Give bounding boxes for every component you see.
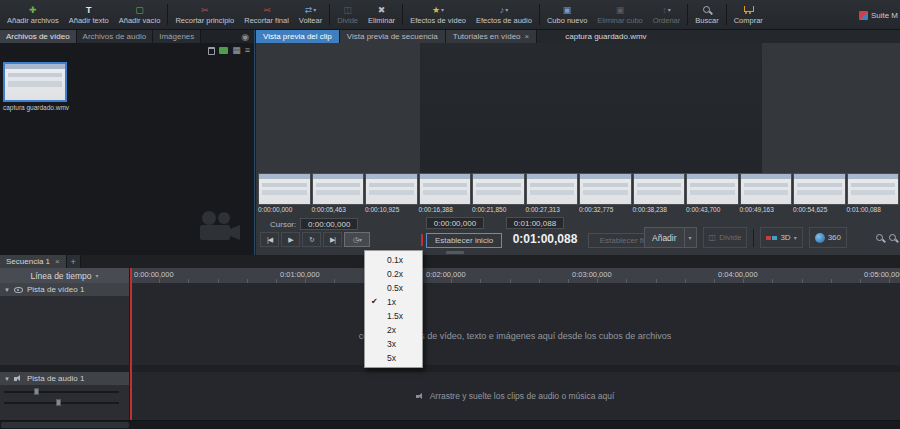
video-track-area[interactable]: coloque los clips de vídeo, texto e imág… (130, 283, 900, 365)
media-thumbnail[interactable] (3, 62, 67, 102)
add-text-button[interactable]: T Añadir texto (64, 0, 114, 29)
chevron-down-icon: ▾ (668, 6, 671, 13)
time-ruler[interactable]: 0:00:00,000 0:01:00,000 0:02:00,000 0:03… (130, 268, 900, 283)
video-effects-button[interactable]: ★▾ Efectos de vídeo (405, 0, 471, 29)
filmstrip-frame[interactable]: 0:00:54,625 (793, 173, 846, 215)
media-item[interactable]: captura guardado.wmv (3, 62, 67, 111)
add-files-icon: ✚ (29, 5, 37, 15)
filmstrip-frame[interactable]: 0:00:49,163 (740, 173, 793, 215)
menu-item-speed-15x[interactable]: 1.5x (365, 309, 422, 323)
frame-thumbnail (419, 173, 472, 205)
menu-item-speed-02x[interactable]: 0.2x (365, 267, 422, 281)
filmstrip-frame[interactable]: 0:00:32,775 (579, 173, 632, 215)
zoom-out-icon[interactable] (889, 234, 896, 241)
divide-clip-button[interactable]: ◫ Divide (703, 227, 748, 248)
cursor-time-field[interactable]: 0:00:00,000 (300, 218, 358, 230)
tab-video-tutorials[interactable]: Tutoriales en vídeo× (446, 30, 537, 43)
sort-button[interactable]: ↕▾ Ordenar (648, 0, 686, 29)
capture-video-icon[interactable]: ◉ (236, 30, 254, 43)
add-object-button[interactable]: Añadir ▾ (644, 227, 697, 248)
add-files-button[interactable]: ✚ Añadir archivos (2, 0, 64, 29)
track-visibility-icon[interactable] (14, 287, 23, 293)
frame-thumbnail (633, 173, 686, 205)
tab-video-files[interactable]: Archivos de vídeo (0, 30, 77, 43)
trash-icon[interactable] (208, 47, 215, 55)
import-folder-icon[interactable] (219, 47, 228, 54)
search-button[interactable]: Buscar (690, 0, 723, 29)
filmstrip-frame[interactable]: 0:00:10,925 (365, 173, 418, 215)
trim-start-button[interactable]: ✂ Recortar principio (170, 0, 239, 29)
delete-button[interactable]: ✖ Eliminar (363, 0, 400, 29)
3d-mode-button[interactable]: 3D ▾ (760, 227, 802, 248)
frame-timestamp: 0:00:05,463 (312, 206, 365, 213)
trim-end-button[interactable]: ✂ Recortar final (239, 0, 294, 29)
horizontal-scrollbar[interactable] (0, 420, 900, 429)
filmstrip-frame[interactable]: 0:00:16,388 (419, 173, 472, 215)
tab-images[interactable]: Imágenes (153, 30, 201, 43)
frame-thumbnail (847, 173, 900, 205)
360-mode-button[interactable]: 360 (809, 227, 847, 248)
filmstrip[interactable]: 0:00:00,000 0:00:05,463 0:00:10,925 0:00… (258, 173, 900, 215)
filmstrip-frame[interactable]: 0:00:38,238 (633, 173, 686, 215)
filmstrip-frame[interactable]: 0:00:21,850 (472, 173, 525, 215)
loop-button[interactable]: ↻ (302, 232, 321, 247)
play-button[interactable]: ▶ (281, 232, 300, 247)
set-start-button[interactable]: Establecer inicio (426, 233, 502, 248)
filmstrip-frame[interactable]: 0:00:27,313 (526, 173, 579, 215)
playhead-cursor[interactable] (130, 268, 132, 420)
preview-panel: Vista previa del clip Vista previa de se… (256, 30, 900, 255)
loop-icon: ↻ (309, 236, 314, 244)
menu-item-speed-3x[interactable]: 3x (365, 337, 422, 351)
tab-sequence-1[interactable]: Secuencia 1 × (0, 255, 67, 268)
delete-bin-button[interactable]: ▣ Eliminar cubo (592, 0, 647, 29)
set-start-label: Establecer inicio (435, 236, 493, 245)
collapse-track-icon[interactable]: ▼ (4, 287, 10, 293)
volume-slider[interactable] (4, 388, 125, 395)
frame-timestamp: 0:00:10,925 (365, 206, 418, 213)
tab-sequence-preview[interactable]: Vista previa de secuencia (340, 30, 446, 43)
tab-audio-files[interactable]: Archivos de audio (77, 30, 154, 43)
speaker-icon (416, 392, 425, 400)
list-view-icon[interactable]: ≡ (245, 46, 250, 55)
trim-end-label: Recortar final (244, 16, 289, 25)
trim-start-icon: ✂ (201, 5, 209, 15)
filmstrip-frame[interactable]: 0:01:00,088 (847, 173, 900, 215)
menu-item-speed-2x[interactable]: 2x (365, 323, 422, 337)
add-sequence-button[interactable]: + (67, 255, 81, 268)
video-preview-area[interactable] (256, 43, 900, 173)
scrollbar-thumb[interactable] (1, 422, 129, 428)
audio-effects-button[interactable]: ♪▾ Efectos de audio (471, 0, 537, 29)
close-icon[interactable]: × (55, 257, 60, 266)
new-bin-button[interactable]: ▣ Cubo nuevo (542, 0, 592, 29)
end-time-field[interactable]: 0:01:00,088 (506, 217, 564, 229)
filmstrip-frame[interactable]: 0:00:05,463 (312, 173, 365, 215)
timeline-mode-selector[interactable]: Línea de tiempo ▾ (0, 268, 130, 283)
audio-track-area[interactable]: Arrastre y suelte los clips de audio o m… (130, 372, 900, 420)
frame-thumbnail (686, 173, 739, 205)
skip-to-start-button[interactable]: |◀ (260, 232, 279, 247)
menu-item-speed-01x[interactable]: 0.1x (365, 253, 422, 267)
panel-splitter-handle[interactable] (446, 251, 464, 254)
add-blank-button[interactable]: ▢ Añadir vacío (114, 0, 166, 29)
start-marker (421, 234, 423, 246)
divide-button[interactable]: ◫ Divide (332, 0, 363, 29)
buy-button[interactable]: Comprar (729, 0, 768, 29)
grid-view-icon[interactable]: ▦ (232, 46, 241, 55)
flip-button[interactable]: ⇄▾ Voltear (294, 0, 327, 29)
filmstrip-frame[interactable]: 0:00:43,700 (686, 173, 739, 215)
balance-slider[interactable] (4, 399, 125, 406)
collapse-track-icon[interactable]: ▼ (4, 376, 10, 382)
playback-speed-button[interactable]: ◷▾ (344, 232, 370, 247)
audio-track-sidebar: ▼ Pista de audio 1 (0, 372, 130, 420)
suite-button[interactable]: Suite M (859, 0, 898, 29)
skip-to-end-button[interactable]: ▶| (323, 232, 342, 247)
filmstrip-frame[interactable]: 0:00:00,000 (258, 173, 311, 215)
tab-clip-preview[interactable]: Vista previa del clip (256, 30, 340, 43)
zoom-in-icon[interactable] (876, 234, 883, 241)
menu-item-speed-5x[interactable]: 5x (365, 351, 422, 365)
close-icon[interactable]: × (525, 32, 530, 41)
menu-item-speed-1x[interactable]: ✔1x (365, 295, 422, 309)
start-time-field[interactable]: 0:00:00,000 (426, 217, 484, 229)
menu-item-speed-05x[interactable]: 0.5x (365, 281, 422, 295)
track-mute-icon[interactable] (14, 375, 23, 383)
